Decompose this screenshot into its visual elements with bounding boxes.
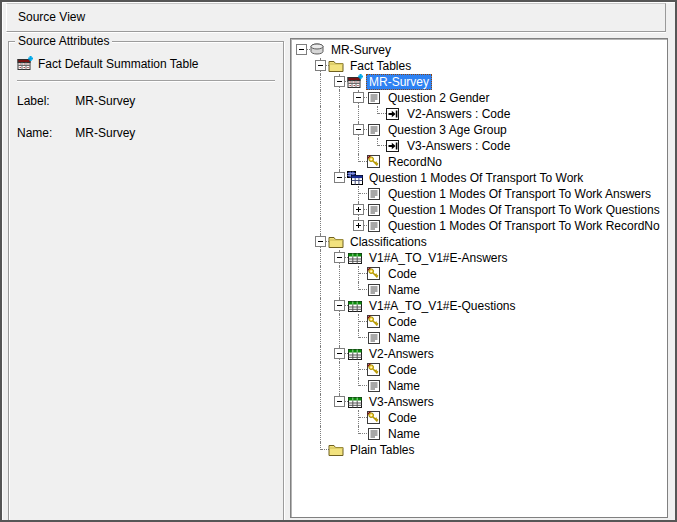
tree-indent-guide	[293, 378, 312, 394]
tree-indent-guide	[312, 170, 331, 186]
source-tree-panel[interactable]: MR-SurveyFact TablesMR-SurveyQuestion 2 …	[290, 38, 668, 518]
tree-row[interactable]: MR-Survey	[293, 74, 667, 90]
tree-row[interactable]: Code	[293, 410, 667, 426]
tree-indent-guide	[293, 298, 312, 314]
tree-indent-guide	[331, 138, 350, 154]
tree-row[interactable]: Name	[293, 426, 667, 442]
collapse-minus-icon[interactable]	[334, 76, 345, 87]
tree-item-label[interactable]: Code	[385, 362, 420, 378]
tree-indent-guide	[293, 106, 312, 122]
list-icon	[366, 218, 382, 234]
tree-indent-guide	[293, 362, 312, 378]
collapse-minus-icon[interactable]	[353, 92, 364, 103]
expand-plus-icon[interactable]	[353, 204, 364, 215]
tree-indent-guide	[293, 442, 312, 458]
tree-row[interactable]: RecordNo	[293, 154, 667, 170]
tree-row[interactable]: V1#A_TO_V1#E-Questions	[293, 298, 667, 314]
tree-item-label[interactable]: Question 2 Gender	[385, 90, 492, 106]
expand-plus-icon[interactable]	[353, 220, 364, 231]
database-icon	[309, 42, 325, 58]
tree-item-label[interactable]: Question 1 Modes Of Transport To Work Re…	[385, 218, 663, 234]
tree-row[interactable]: Name	[293, 378, 667, 394]
tree-item-label[interactable]: V3-Answers : Code	[404, 138, 513, 154]
enter-arrow-icon	[385, 138, 401, 154]
tree-row[interactable]: V3-Answers : Code	[293, 138, 667, 154]
list-icon	[366, 282, 382, 298]
tree-item-label[interactable]: Code	[385, 266, 420, 282]
collapse-minus-icon[interactable]	[296, 44, 307, 55]
tree-item-label[interactable]: Name	[385, 378, 423, 394]
tree-item-label[interactable]: RecordNo	[385, 154, 445, 170]
tree-indent-guide	[293, 170, 312, 186]
folder-icon	[328, 58, 344, 74]
tree-item-label[interactable]: Name	[385, 330, 423, 346]
tree-indent-guide	[331, 410, 350, 426]
collapse-minus-icon[interactable]	[334, 172, 345, 183]
tree-connector	[331, 250, 347, 266]
tree-row[interactable]: Question 1 Modes Of Transport To Work An…	[293, 186, 667, 202]
attributes-groupbox: Source Attributes Fact Default Summation…	[8, 41, 284, 522]
tree-connector	[350, 314, 366, 330]
tree-row[interactable]: Question 1 Modes Of Transport To Work Re…	[293, 218, 667, 234]
tree-item-label[interactable]: Question 3 Age Group	[385, 122, 510, 138]
tree-item-label[interactable]: Plain Tables	[347, 442, 418, 458]
tree-item-label[interactable]: Fact Tables	[347, 58, 414, 74]
tree-row[interactable]: V2-Answers	[293, 346, 667, 362]
tree-row[interactable]: Code	[293, 362, 667, 378]
tree-row[interactable]: Question 3 Age Group	[293, 122, 667, 138]
tree-row[interactable]: Question 1 Modes Of Transport To Work Qu…	[293, 202, 667, 218]
tree-item-label[interactable]: V2-Answers	[366, 346, 437, 362]
collapse-minus-icon[interactable]	[334, 252, 345, 263]
tree-row[interactable]: Classifications	[293, 234, 667, 250]
tree-connector	[331, 346, 347, 362]
tree-row[interactable]: Question 1 Modes Of Transport To Work	[293, 170, 667, 186]
tree-row[interactable]: V3-Answers	[293, 394, 667, 410]
tree-connector	[350, 266, 366, 282]
collapse-minus-icon[interactable]	[315, 236, 326, 247]
tree-item-label[interactable]: Code	[385, 314, 420, 330]
tree-row[interactable]: MR-Survey	[293, 42, 667, 58]
tree-item-label[interactable]: Code	[385, 410, 420, 426]
tree-row[interactable]: Name	[293, 330, 667, 346]
tree-item-label[interactable]: Question 1 Modes Of Transport To Work	[366, 170, 586, 186]
tree-row[interactable]: Question 2 Gender	[293, 90, 667, 106]
collapse-minus-icon[interactable]	[353, 124, 364, 135]
tree-item-label[interactable]: MR-Survey	[366, 74, 432, 90]
tree-row[interactable]: V2-Answers : Code	[293, 106, 667, 122]
fact-table-icon	[347, 74, 363, 90]
tree-connector	[293, 42, 309, 58]
tree-connector	[350, 202, 366, 218]
tree-item-label[interactable]: V1#A_TO_V1#E-Questions	[366, 298, 519, 314]
collapse-minus-icon[interactable]	[315, 60, 326, 71]
tree-item-label[interactable]: Classifications	[347, 234, 430, 250]
tree-indent-guide	[312, 410, 331, 426]
tree-item-label[interactable]: V1#A_TO_V1#E-Answers	[366, 250, 511, 266]
tree-item-label[interactable]: Question 1 Modes Of Transport To Work An…	[385, 186, 654, 202]
tree-indent-guide	[312, 426, 331, 442]
tree-row[interactable]: Fact Tables	[293, 58, 667, 74]
tree-indent-guide	[331, 90, 350, 106]
tree-row[interactable]: Name	[293, 282, 667, 298]
tree-indent-guide	[331, 218, 350, 234]
tree-item-label[interactable]: Question 1 Modes Of Transport To Work Qu…	[385, 202, 663, 218]
collapse-minus-icon[interactable]	[334, 348, 345, 359]
tree-row[interactable]: Code	[293, 314, 667, 330]
tree-row[interactable]: Plain Tables	[293, 442, 667, 458]
tree-item-label[interactable]: Name	[385, 282, 423, 298]
table-type-row: Fact Default Summation Table	[17, 55, 199, 73]
key-icon	[366, 266, 382, 282]
tree-indent-guide	[331, 362, 350, 378]
tree-connector	[331, 298, 347, 314]
tree-item-label[interactable]: V2-Answers : Code	[404, 106, 513, 122]
list-icon	[366, 426, 382, 442]
collapse-minus-icon[interactable]	[334, 300, 345, 311]
tree-row[interactable]: V1#A_TO_V1#E-Answers	[293, 250, 667, 266]
tree-item-label[interactable]: Name	[385, 426, 423, 442]
tree-indent-guide	[293, 122, 312, 138]
tree-row[interactable]: Code	[293, 266, 667, 282]
tree-item-label[interactable]: MR-Survey	[328, 42, 394, 58]
tree-indent-guide	[312, 186, 331, 202]
tree-connector	[331, 74, 347, 90]
collapse-minus-icon[interactable]	[334, 396, 345, 407]
tree-item-label[interactable]: V3-Answers	[366, 394, 437, 410]
